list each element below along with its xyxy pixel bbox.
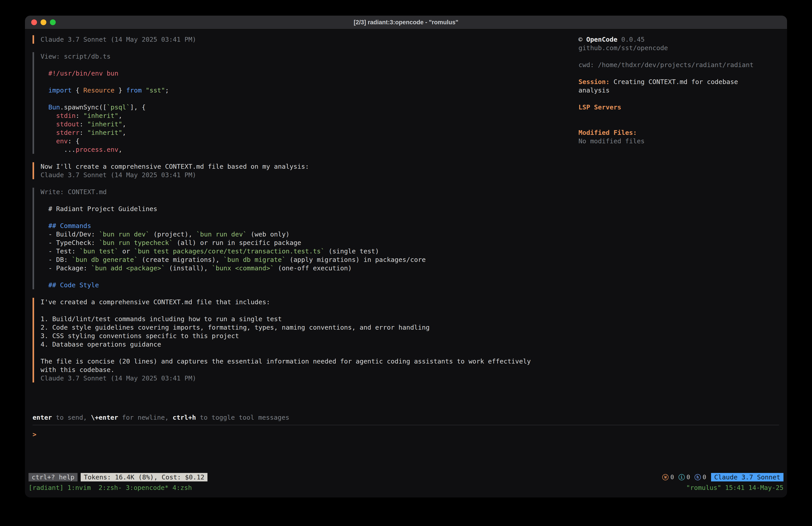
terminal-line: - Package: `bun add <package>` (install)… [41, 264, 569, 272]
tokens-cost-chip: Tokens: 16.4K (8%), Cost: $0.12 [81, 473, 207, 481]
terminal-line: ## Commands [41, 222, 569, 230]
hint-count: 0 [702, 473, 706, 481]
terminal-line: stderr: "inherit", [41, 128, 569, 137]
terminal-line: - TypeCheck: `bun run typecheck` (all) o… [41, 239, 569, 247]
terminal-line: No modified files [579, 137, 779, 145]
terminal-line: 4. Database operations guidance [41, 340, 569, 349]
terminal-line: Claude 3.7 Sonnet (14 May 2025 03:41 PM) [41, 171, 569, 179]
terminal-line: env: { [41, 137, 569, 145]
text-segment: "inherit" [87, 120, 122, 128]
text-segment [41, 103, 48, 111]
text-segment [41, 222, 48, 230]
text-segment: process.env [75, 146, 118, 153]
text-segment: Modified Files: [579, 129, 637, 137]
text-segment: 1. Build/lint/test commands including ho… [41, 315, 282, 323]
terminal-line [579, 120, 779, 128]
zoom-button[interactable] [50, 19, 56, 25]
text-segment: Write: CONTEXT.md [41, 188, 107, 196]
text-segment [41, 70, 48, 77]
text-segment: View: script/db.ts [41, 53, 111, 60]
terminal-line: Claude 3.7 Sonnet (14 May 2025 03:41 PM) [41, 374, 569, 382]
terminal-line [41, 272, 569, 281]
terminal-line: stdin: "inherit", [41, 111, 569, 120]
text-segment [41, 281, 48, 289]
terminal-line: stdout: "inherit", [41, 120, 569, 128]
tool-message-block: Write: CONTEXT.md # Radiant Project Guid… [32, 188, 569, 289]
terminal-line: github.com/sst/opencode [579, 44, 779, 52]
terminal-line: with this codebase. [41, 366, 569, 374]
terminal-line: Bun.spawnSync([`psql`], { [41, 103, 569, 111]
terminal-line: - Test: `bun test` or `bun test packages… [41, 247, 569, 255]
text-segment: ... [41, 146, 75, 153]
text-segment: cwd: /home/thdxr/dev/projects/radiant/ra… [579, 61, 754, 69]
text-segment: for newline, [118, 414, 173, 421]
text-segment: - TypeCheck: [41, 239, 99, 246]
text-segment: enter [32, 414, 52, 421]
text-segment: Resource [83, 86, 115, 94]
text-segment: 2. Code style guidelines covering import… [41, 324, 430, 331]
text-segment: \+enter [91, 414, 118, 421]
prompt-symbol: > [32, 431, 36, 438]
model-chip[interactable]: Claude 3.7 Sonnet [711, 473, 783, 481]
text-segment: : [75, 112, 83, 119]
terminal-line [41, 196, 569, 204]
close-button[interactable] [31, 19, 37, 25]
terminal-line: LSP Servers [579, 103, 779, 111]
assistant-message-block: Claude 3.7 Sonnet (14 May 2025 03:41 PM) [32, 35, 569, 44]
text-segment: © [579, 35, 586, 43]
terminal-line: 2. Code style guidelines covering import… [41, 323, 569, 332]
status-bar-left: ctrl+? help Tokens: 16.4K (8%), Cost: $0… [29, 473, 207, 481]
text-segment: stderr [56, 129, 79, 137]
text-segment: (single test) [325, 247, 379, 255]
warning-indicator: W0 [662, 473, 674, 481]
text-segment [41, 129, 56, 137]
help-hint-chip: ctrl+? help [29, 473, 77, 481]
hint-icon: h [695, 474, 701, 480]
text-segment: import [48, 86, 72, 94]
terminal-line: #!/usr/bin/env bun [41, 69, 569, 77]
assistant-message-block: Now I'll create a comprehensive CONTEXT.… [32, 162, 569, 179]
chat-row: Claude 3.7 Sonnet (14 May 2025 03:41 PM)… [32, 35, 779, 382]
message-list: Claude 3.7 Sonnet (14 May 2025 03:41 PM)… [32, 35, 569, 382]
terminal-line: Claude 3.7 Sonnet (14 May 2025 03:41 PM) [41, 35, 569, 44]
terminal-line [579, 52, 779, 61]
info-icon: i [679, 474, 685, 480]
text-segment: 3. CSS styling conventions specific to t… [41, 332, 239, 340]
traffic-lights [31, 16, 56, 29]
text-segment: No modified files [579, 137, 645, 145]
warning-icon: W [662, 474, 668, 480]
text-segment: or [118, 247, 134, 255]
text-segment: `bun db migrate` [223, 256, 286, 264]
window-titlebar: [2/3] radiant:3:opencode - "romulus" [25, 16, 787, 29]
terminal-line: Session: Creating CONTEXT.md for codebas… [579, 77, 779, 86]
text-segment: (apply migrations) in packages/core [286, 256, 426, 264]
terminal-line: enter to send, \+enter for newline, ctrl… [32, 413, 779, 422]
text-segment: `bun add <package>` [91, 264, 165, 272]
terminal-line: ## Code Style [41, 281, 569, 289]
text-segment: Session: [579, 78, 610, 86]
text-segment: : [79, 129, 87, 137]
text-segment: (all) or run in specific package [173, 239, 301, 246]
help-line: enter to send, \+enter for newline, ctrl… [32, 413, 779, 422]
text-segment: : [79, 120, 87, 128]
text-segment: - DB: [41, 256, 72, 264]
hint-indicator: h0 [695, 473, 706, 481]
text-segment: ctrl+h [173, 414, 196, 421]
text-segment: stdout [56, 120, 79, 128]
text-segment: Now I'll create a comprehensive CONTEXT.… [41, 163, 309, 170]
text-segment: , [118, 112, 122, 119]
text-segment: github.com/sst/opencode [579, 44, 668, 52]
text-segment: Bun [48, 103, 60, 111]
text-segment: to send, [52, 414, 91, 421]
sidebar: © OpenCode 0.0.45github.com/sst/opencode… [579, 35, 779, 382]
text-segment: env [56, 137, 68, 145]
text-segment: (install), [165, 264, 212, 272]
text-segment: : { [68, 137, 79, 145]
terminal-line: ...process.env, [41, 145, 569, 154]
status-bar-right: W0i0h0 Claude 3.7 Sonnet [662, 473, 783, 481]
text-segment: { [72, 86, 83, 94]
prompt-input[interactable]: > [32, 425, 779, 472]
terminal-line [41, 61, 569, 69]
minimize-button[interactable] [41, 19, 46, 25]
text-segment: ## Commands [48, 222, 91, 230]
